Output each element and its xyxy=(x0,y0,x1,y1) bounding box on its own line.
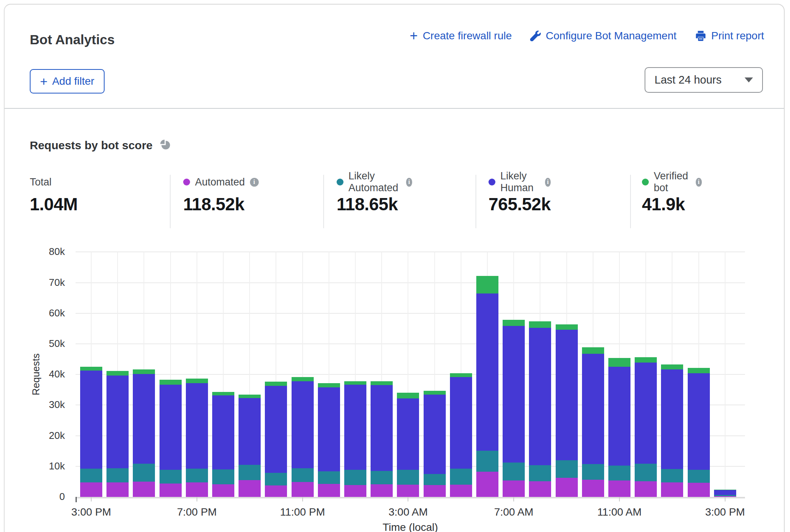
bar-segment-verified-bot[interactable] xyxy=(106,371,129,375)
bar-segment-automated[interactable] xyxy=(80,482,102,497)
bar-segment-likely-automated[interactable] xyxy=(371,471,393,484)
bar-segment-verified-bot[interactable] xyxy=(688,368,710,373)
bar-segment-verified-bot[interactable] xyxy=(635,357,657,363)
bar-segment-automated[interactable] xyxy=(239,480,261,497)
bar-segment-verified-bot[interactable] xyxy=(397,393,419,398)
bar-segment-verified-bot[interactable] xyxy=(582,347,604,354)
bar-segment-likely-automated[interactable] xyxy=(688,470,710,483)
stacked-bar[interactable] xyxy=(714,490,736,497)
stacked-bar[interactable] xyxy=(424,391,446,497)
stacked-bar[interactable] xyxy=(292,377,314,497)
bar-segment-likely-automated[interactable] xyxy=(608,466,630,480)
bar-segment-automated[interactable] xyxy=(608,480,630,497)
bar-segment-likely-human[interactable] xyxy=(476,293,498,451)
bar-segment-likely-automated[interactable] xyxy=(582,464,604,480)
stacked-bar[interactable] xyxy=(450,373,472,497)
bar-segment-automated[interactable] xyxy=(529,481,551,497)
bar-segment-automated[interactable] xyxy=(397,485,419,497)
bar-segment-likely-human[interactable] xyxy=(397,398,419,470)
bar-segment-likely-human[interactable] xyxy=(133,374,155,463)
bar-segment-likely-human[interactable] xyxy=(635,363,657,464)
bar-segment-automated[interactable] xyxy=(450,485,472,497)
bar-segment-automated[interactable] xyxy=(661,482,683,497)
stacked-bar[interactable] xyxy=(265,382,287,497)
bar-segment-automated[interactable] xyxy=(424,485,446,497)
bar-segment-verified-bot[interactable] xyxy=(239,395,261,398)
stacked-bar[interactable] xyxy=(529,321,551,497)
bar-segment-likely-automated[interactable] xyxy=(529,465,551,482)
stacked-bar[interactable] xyxy=(160,380,182,497)
bar-segment-automated[interactable] xyxy=(556,478,578,497)
stacked-bar[interactable] xyxy=(239,395,261,497)
bar-segment-likely-automated[interactable] xyxy=(556,460,578,478)
stacked-bar[interactable] xyxy=(80,367,102,497)
stacked-bar[interactable] xyxy=(688,368,710,497)
stacked-bar[interactable] xyxy=(582,347,604,497)
bar-segment-verified-bot[interactable] xyxy=(424,391,446,395)
bar-segment-likely-automated[interactable] xyxy=(397,470,419,485)
bar-segment-likely-automated[interactable] xyxy=(80,469,102,482)
bar-segment-automated[interactable] xyxy=(186,482,208,497)
bar-segment-verified-bot[interactable] xyxy=(529,321,551,327)
bar-segment-verified-bot[interactable] xyxy=(661,364,683,370)
bar-segment-automated[interactable] xyxy=(133,482,155,497)
bar-segment-automated[interactable] xyxy=(106,482,129,497)
stacked-bar[interactable] xyxy=(186,379,208,497)
bar-segment-likely-automated[interactable] xyxy=(661,469,683,482)
bar-segment-likely-automated[interactable] xyxy=(424,474,446,485)
bar-segment-likely-automated[interactable] xyxy=(106,468,129,482)
bar-segment-automated[interactable] xyxy=(503,480,525,497)
bar-segment-verified-bot[interactable] xyxy=(503,320,525,326)
bar-segment-verified-bot[interactable] xyxy=(265,382,287,385)
bar-segment-likely-human[interactable] xyxy=(661,369,683,469)
bar-segment-likely-human[interactable] xyxy=(265,386,287,473)
bar-segment-verified-bot[interactable] xyxy=(160,380,182,385)
bar-segment-verified-bot[interactable] xyxy=(186,379,208,383)
bar-segment-likely-human[interactable] xyxy=(424,395,446,474)
bar-segment-likely-human[interactable] xyxy=(160,385,182,470)
bar-segment-likely-automated[interactable] xyxy=(186,469,208,482)
bar-segment-automated[interactable] xyxy=(582,480,604,497)
bar-segment-verified-bot[interactable] xyxy=(371,381,393,385)
bar-segment-likely-automated[interactable] xyxy=(265,473,287,485)
stacked-bar[interactable] xyxy=(106,371,129,497)
stacked-bar[interactable] xyxy=(608,358,630,497)
stacked-bar[interactable] xyxy=(212,392,234,497)
bar-segment-likely-automated[interactable] xyxy=(239,465,261,480)
stacked-bar[interactable] xyxy=(661,364,683,497)
bar-segment-verified-bot[interactable] xyxy=(212,392,234,395)
stacked-bar[interactable] xyxy=(344,381,366,497)
bar-segment-automated[interactable] xyxy=(160,484,182,497)
bar-segment-verified-bot[interactable] xyxy=(608,358,630,367)
bar-segment-likely-human[interactable] xyxy=(212,395,234,469)
bar-segment-likely-automated[interactable] xyxy=(212,469,234,484)
stacked-bar[interactable] xyxy=(318,383,340,497)
bar-segment-automated[interactable] xyxy=(688,483,710,497)
bar-segment-automated[interactable] xyxy=(265,485,287,497)
bar-segment-likely-human[interactable] xyxy=(608,367,630,466)
bar-segment-verified-bot[interactable] xyxy=(318,383,340,387)
bar-segment-likely-automated[interactable] xyxy=(344,470,366,485)
bar-segment-likely-human[interactable] xyxy=(450,377,472,469)
bar-segment-automated[interactable] xyxy=(318,484,340,497)
bar-segment-likely-automated[interactable] xyxy=(503,463,525,480)
stacked-bar[interactable] xyxy=(635,357,657,497)
stacked-bar[interactable] xyxy=(556,324,578,497)
stacked-bar[interactable] xyxy=(397,393,419,497)
bar-segment-verified-bot[interactable] xyxy=(556,324,578,330)
bar-segment-automated[interactable] xyxy=(476,472,498,497)
bar-segment-verified-bot[interactable] xyxy=(450,373,472,377)
bar-segment-verified-bot[interactable] xyxy=(344,381,366,385)
bar-segment-likely-automated[interactable] xyxy=(160,470,182,484)
bar-segment-likely-automated[interactable] xyxy=(292,468,314,482)
bar-segment-likely-human[interactable] xyxy=(106,376,129,469)
stacked-bar[interactable] xyxy=(133,369,155,497)
bar-segment-automated[interactable] xyxy=(371,484,393,497)
bar-segment-automated[interactable] xyxy=(292,482,314,497)
bar-segment-likely-human[interactable] xyxy=(582,354,604,464)
bar-segment-likely-human[interactable] xyxy=(186,383,208,469)
bar-segment-automated[interactable] xyxy=(344,485,366,497)
bar-segment-likely-human[interactable] xyxy=(318,387,340,471)
bar-segment-verified-bot[interactable] xyxy=(80,367,102,371)
bar-segment-likely-automated[interactable] xyxy=(318,471,340,484)
